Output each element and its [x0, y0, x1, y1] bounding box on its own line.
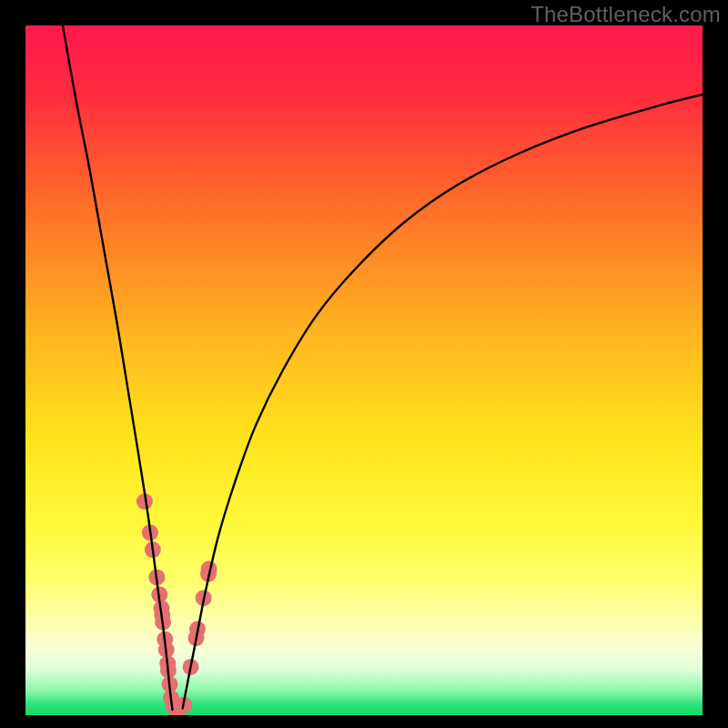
gradient-background	[25, 25, 703, 715]
chart-svg	[25, 25, 703, 715]
watermark-text: TheBottleneck.com	[531, 2, 721, 27]
plot-area	[25, 25, 703, 715]
outer-frame: TheBottleneck.com	[0, 0, 728, 728]
